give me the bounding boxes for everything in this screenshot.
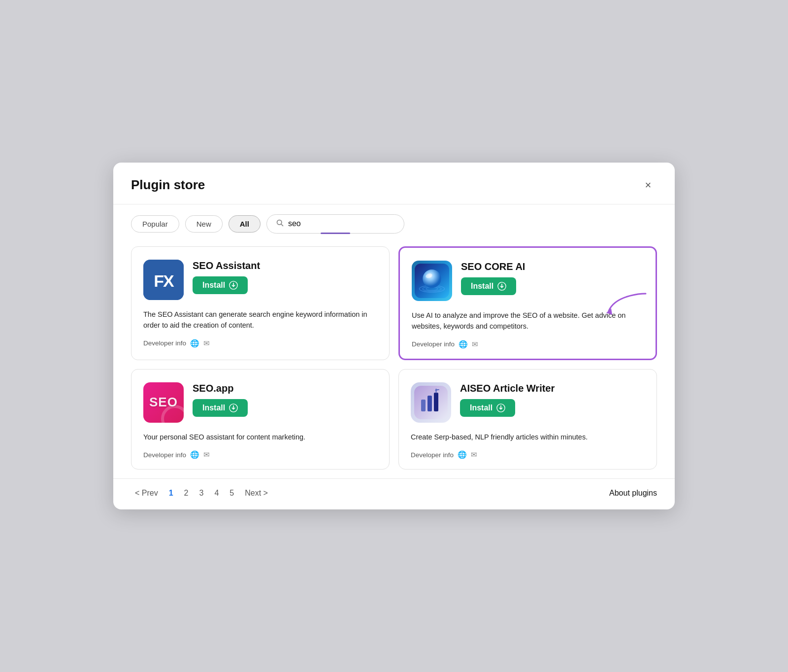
plugin-card-seo-assistant: FX SEO Assistant Install The SEO Assista… <box>131 246 390 360</box>
svg-text:FX: FX <box>154 271 174 290</box>
globe-icon: 🌐 <box>190 339 199 348</box>
plugin-name-aiseo: AISEO Article Writer <box>460 382 645 394</box>
plugin-card-aiseo: AISEO Article Writer Install Create Serp… <box>398 369 657 470</box>
download-icon-2 <box>497 282 506 291</box>
plugin-store-dialog: Plugin store × Popular New All FX SEO As… <box>113 163 675 509</box>
plugin-card-header: FX SEO Assistant Install <box>143 260 377 300</box>
email-icon-2: ✉ <box>472 340 478 349</box>
plugin-name-seo-app: SEO.app <box>193 382 377 394</box>
dev-info-label: Developer info <box>143 339 186 347</box>
plugin-card-header-seo-core-ai: SEO CORE AI Install <box>412 261 644 301</box>
filter-bar: Popular New All <box>113 204 675 241</box>
plugin-card-seo-app: SEO SEO.app Install Your personal SEO as… <box>131 369 390 470</box>
pagination: < Prev 1 2 3 4 5 Next > <box>131 487 272 500</box>
dev-info-label-4: Developer info <box>411 451 454 459</box>
page-3-button[interactable]: 3 <box>196 487 208 500</box>
tab-popular[interactable]: Popular <box>131 215 179 233</box>
dev-info-label-3: Developer info <box>143 451 186 459</box>
plugin-desc-seo-app: Your personal SEO assistant for content … <box>143 432 377 442</box>
globe-icon-2: 🌐 <box>459 340 468 349</box>
plugin-name-seo-assistant: SEO Assistant <box>193 260 377 271</box>
dialog-footer: < Prev 1 2 3 4 5 Next > About plugins <box>113 478 675 509</box>
svg-point-9 <box>423 269 441 288</box>
close-button[interactable]: × <box>639 176 657 194</box>
plugin-card-header-seo-app: SEO SEO.app Install <box>143 382 377 423</box>
plugins-grid: FX SEO Assistant Install The SEO Assista… <box>113 241 675 478</box>
globe-icon-4: 🌐 <box>458 450 467 459</box>
download-icon-3 <box>229 403 238 412</box>
tab-all[interactable]: All <box>229 215 261 233</box>
svg-rect-15 <box>421 400 426 411</box>
plugin-info-seo-core-ai: SEO CORE AI Install <box>461 261 644 295</box>
plugin-info-seo-app: SEO.app Install <box>193 382 377 417</box>
plugin-desc-seo-assistant: The SEO Assistant can generate search en… <box>143 309 377 331</box>
page-5-button[interactable]: 5 <box>226 487 238 500</box>
plugin-desc-aiseo: Create Serp-based, NLP friendly articles… <box>411 432 645 442</box>
download-icon-4 <box>496 403 505 412</box>
install-button-seo-assistant[interactable]: Install <box>193 276 248 294</box>
svg-rect-16 <box>427 396 432 411</box>
plugin-icon-seo-core-ai <box>412 261 452 301</box>
download-icon <box>229 281 238 290</box>
globe-icon-3: 🌐 <box>190 450 199 459</box>
about-plugins-button[interactable]: About plugins <box>609 489 657 498</box>
plugin-icon-seo-assistant: FX <box>143 260 184 300</box>
plugin-card-seo-core-ai: SEO CORE AI Install Use AI to analyze an… <box>398 246 657 360</box>
svg-rect-17 <box>434 393 438 411</box>
page-4-button[interactable]: 4 <box>210 487 223 500</box>
next-button[interactable]: Next > <box>241 487 272 500</box>
svg-line-1 <box>281 224 283 226</box>
tab-new[interactable]: New <box>185 215 223 233</box>
plugin-info-seo-assistant: SEO Assistant Install <box>193 260 377 294</box>
dev-info-aiseo: Developer info 🌐 ✉ <box>411 450 645 459</box>
email-icon-3: ✉ <box>203 450 210 459</box>
dev-info-seo-app: Developer info 🌐 ✉ <box>143 450 377 459</box>
dev-info-seo-core-ai: Developer info 🌐 ✉ <box>412 340 644 349</box>
plugin-card-header-aiseo: AISEO Article Writer Install <box>411 382 645 423</box>
dev-info-label-2: Developer info <box>412 340 455 348</box>
install-button-aiseo[interactable]: Install <box>460 399 515 417</box>
plugin-icon-aiseo <box>411 382 451 423</box>
dev-info-seo-assistant: Developer info 🌐 ✉ <box>143 339 377 348</box>
search-input[interactable] <box>288 219 387 228</box>
install-button-seo-core-ai[interactable]: Install <box>461 277 516 295</box>
email-icon-4: ✉ <box>471 450 477 459</box>
dialog-header: Plugin store × <box>113 163 675 204</box>
search-box <box>266 214 404 234</box>
plugin-name-seo-core-ai: SEO CORE AI <box>461 261 644 272</box>
plugin-info-aiseo: AISEO Article Writer Install <box>460 382 645 417</box>
email-icon: ✉ <box>203 339 210 348</box>
search-icon <box>276 219 284 229</box>
dialog-title: Plugin store <box>131 177 205 193</box>
plugin-desc-seo-core-ai: Use AI to analyze and improve the SEO of… <box>412 310 644 332</box>
plugin-icon-seo-app: SEO <box>143 382 184 423</box>
page-1-button[interactable]: 1 <box>165 487 177 500</box>
page-2-button[interactable]: 2 <box>180 487 193 500</box>
prev-button[interactable]: < Prev <box>131 487 162 500</box>
install-button-seo-app[interactable]: Install <box>193 399 248 417</box>
